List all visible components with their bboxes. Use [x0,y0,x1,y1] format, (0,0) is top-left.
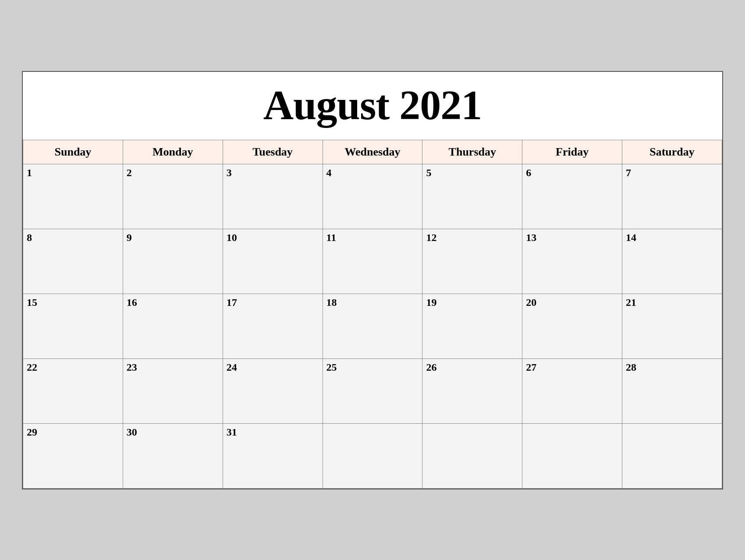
day-number: 28 [626,362,718,373]
day-number: 17 [227,297,319,308]
calendar-day-17: 17 [223,294,323,358]
day-number: 20 [526,297,618,308]
day-number: 15 [27,297,119,308]
day-number: 8 [27,232,119,244]
calendar-week-row: 293031 [23,423,722,488]
day-number: 12 [426,232,518,244]
calendar-week-row: 1234567 [23,164,722,229]
day-number: 14 [626,232,718,244]
calendar-header-sunday: Sunday [23,140,123,164]
calendar-header-monday: Monday [123,140,223,164]
day-number: 16 [127,297,219,308]
day-number: 26 [426,362,518,373]
day-number: 1 [27,167,119,179]
calendar-day-27: 27 [522,358,622,423]
calendar-day-13: 13 [522,229,622,294]
day-number: 7 [626,167,718,179]
day-number: 3 [227,167,319,179]
calendar-day-24: 24 [223,358,323,423]
calendar-day-3: 3 [223,164,323,229]
calendar-day-8: 8 [23,229,123,294]
calendar-day-12: 12 [422,229,522,294]
calendar-header-thursday: Thursday [422,140,522,164]
day-number: 23 [127,362,219,373]
calendar-day-19: 19 [422,294,522,358]
calendar-container: August 2021 SundayMondayTuesdayWednesday… [22,71,723,489]
calendar-day-empty [323,423,422,488]
calendar-day-empty [522,423,622,488]
day-number: 2 [127,167,219,179]
calendar-header-wednesday: Wednesday [323,140,422,164]
calendar-day-31: 31 [223,423,323,488]
day-number: 27 [526,362,618,373]
calendar-day-10: 10 [223,229,323,294]
day-number: 29 [27,426,119,438]
day-number: 9 [127,232,219,244]
calendar-day-2: 2 [123,164,223,229]
calendar-day-5: 5 [422,164,522,229]
day-number: 13 [526,232,618,244]
calendar-day-11: 11 [323,229,422,294]
calendar-week-row: 22232425262728 [23,358,722,423]
day-number: 25 [326,362,419,373]
day-number: 30 [127,426,219,438]
calendar-header-friday: Friday [522,140,622,164]
calendar-day-6: 6 [522,164,622,229]
day-number: 18 [326,297,419,308]
calendar-day-7: 7 [622,164,722,229]
calendar-day-9: 9 [123,229,223,294]
day-number: 10 [227,232,319,244]
calendar-day-21: 21 [622,294,722,358]
calendar-week-row: 891011121314 [23,229,722,294]
calendar-day-25: 25 [323,358,422,423]
calendar-day-14: 14 [622,229,722,294]
calendar-day-empty [622,423,722,488]
calendar-header-row: SundayMondayTuesdayWednesdayThursdayFrid… [23,140,722,164]
calendar-day-30: 30 [123,423,223,488]
calendar-day-16: 16 [123,294,223,358]
calendar-header-tuesday: Tuesday [223,140,323,164]
calendar-day-empty [422,423,522,488]
calendar-day-15: 15 [23,294,123,358]
day-number: 4 [326,167,419,179]
day-number: 11 [326,232,419,244]
calendar-title: August 2021 [23,72,722,140]
calendar-week-row: 15161718192021 [23,294,722,358]
calendar-header-saturday: Saturday [622,140,722,164]
calendar-day-29: 29 [23,423,123,488]
calendar-grid: SundayMondayTuesdayWednesdayThursdayFrid… [23,140,722,489]
calendar-day-1: 1 [23,164,123,229]
day-number: 31 [227,426,319,438]
calendar-day-4: 4 [323,164,422,229]
day-number: 24 [227,362,319,373]
calendar-day-22: 22 [23,358,123,423]
day-number: 19 [426,297,518,308]
day-number: 6 [526,167,618,179]
calendar-day-18: 18 [323,294,422,358]
day-number: 5 [426,167,518,179]
calendar-day-20: 20 [522,294,622,358]
calendar-day-23: 23 [123,358,223,423]
calendar-day-28: 28 [622,358,722,423]
day-number: 21 [626,297,718,308]
calendar-day-26: 26 [422,358,522,423]
day-number: 22 [27,362,119,373]
